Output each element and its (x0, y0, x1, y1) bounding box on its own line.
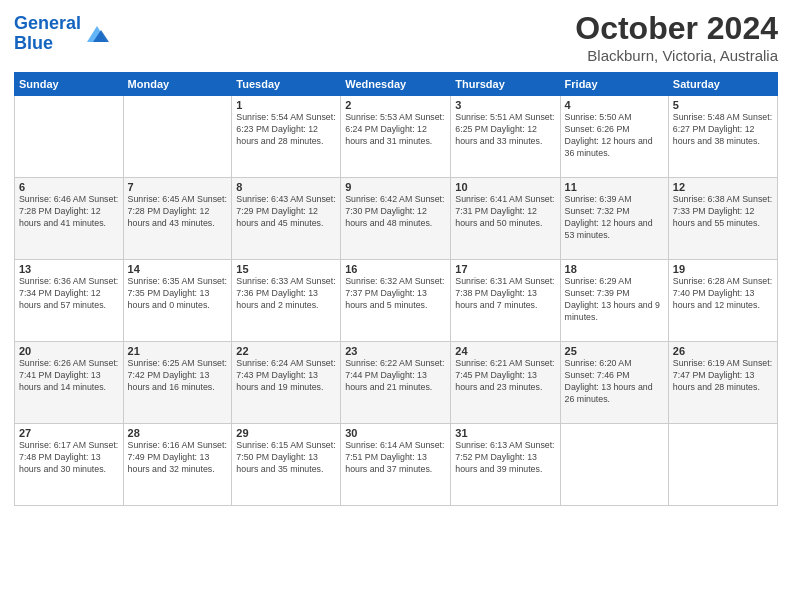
day-info: Sunrise: 5:53 AM Sunset: 6:24 PM Dayligh… (345, 112, 446, 148)
month-title: October 2024 (575, 10, 778, 47)
day-info: Sunrise: 6:20 AM Sunset: 7:46 PM Dayligh… (565, 358, 664, 406)
location-title: Blackburn, Victoria, Australia (575, 47, 778, 64)
calendar-cell: 6Sunrise: 6:46 AM Sunset: 7:28 PM Daylig… (15, 178, 124, 260)
day-info: Sunrise: 6:38 AM Sunset: 7:33 PM Dayligh… (673, 194, 773, 230)
calendar-cell (123, 96, 232, 178)
logo-line1: General (14, 13, 81, 33)
day-info: Sunrise: 5:50 AM Sunset: 6:26 PM Dayligh… (565, 112, 664, 160)
day-number: 2 (345, 99, 446, 111)
day-header-friday: Friday (560, 73, 668, 96)
header: General Blue October 2024 Blackburn, Vic… (14, 10, 778, 64)
day-number: 20 (19, 345, 119, 357)
calendar-cell: 17Sunrise: 6:31 AM Sunset: 7:38 PM Dayli… (451, 260, 560, 342)
calendar-week-4: 20Sunrise: 6:26 AM Sunset: 7:41 PM Dayli… (15, 342, 778, 424)
calendar-cell: 20Sunrise: 6:26 AM Sunset: 7:41 PM Dayli… (15, 342, 124, 424)
calendar-cell: 24Sunrise: 6:21 AM Sunset: 7:45 PM Dayli… (451, 342, 560, 424)
day-info: Sunrise: 6:15 AM Sunset: 7:50 PM Dayligh… (236, 440, 336, 476)
day-number: 29 (236, 427, 336, 439)
day-info: Sunrise: 6:19 AM Sunset: 7:47 PM Dayligh… (673, 358, 773, 394)
day-number: 30 (345, 427, 446, 439)
calendar-cell (15, 96, 124, 178)
day-number: 24 (455, 345, 555, 357)
calendar-cell: 19Sunrise: 6:28 AM Sunset: 7:40 PM Dayli… (668, 260, 777, 342)
calendar-cell: 1Sunrise: 5:54 AM Sunset: 6:23 PM Daylig… (232, 96, 341, 178)
day-number: 7 (128, 181, 228, 193)
calendar-cell: 16Sunrise: 6:32 AM Sunset: 7:37 PM Dayli… (341, 260, 451, 342)
calendar-cell: 27Sunrise: 6:17 AM Sunset: 7:48 PM Dayli… (15, 424, 124, 506)
day-info: Sunrise: 6:21 AM Sunset: 7:45 PM Dayligh… (455, 358, 555, 394)
calendar-cell (560, 424, 668, 506)
day-info: Sunrise: 5:48 AM Sunset: 6:27 PM Dayligh… (673, 112, 773, 148)
day-number: 16 (345, 263, 446, 275)
logo: General Blue (14, 14, 111, 54)
day-info: Sunrise: 6:26 AM Sunset: 7:41 PM Dayligh… (19, 358, 119, 394)
day-number: 23 (345, 345, 446, 357)
calendar-header-row: SundayMondayTuesdayWednesdayThursdayFrid… (15, 73, 778, 96)
day-info: Sunrise: 6:22 AM Sunset: 7:44 PM Dayligh… (345, 358, 446, 394)
day-info: Sunrise: 6:45 AM Sunset: 7:28 PM Dayligh… (128, 194, 228, 230)
day-info: Sunrise: 6:39 AM Sunset: 7:32 PM Dayligh… (565, 194, 664, 242)
calendar-cell: 23Sunrise: 6:22 AM Sunset: 7:44 PM Dayli… (341, 342, 451, 424)
calendar-cell: 13Sunrise: 6:36 AM Sunset: 7:34 PM Dayli… (15, 260, 124, 342)
day-number: 14 (128, 263, 228, 275)
day-number: 28 (128, 427, 228, 439)
day-header-sunday: Sunday (15, 73, 124, 96)
calendar-cell: 8Sunrise: 6:43 AM Sunset: 7:29 PM Daylig… (232, 178, 341, 260)
day-number: 15 (236, 263, 336, 275)
page-container: General Blue October 2024 Blackburn, Vic… (0, 0, 792, 612)
logo-icon (83, 22, 111, 46)
day-info: Sunrise: 6:31 AM Sunset: 7:38 PM Dayligh… (455, 276, 555, 312)
logo-text: General Blue (14, 14, 81, 54)
calendar-cell: 30Sunrise: 6:14 AM Sunset: 7:51 PM Dayli… (341, 424, 451, 506)
logo-line2: Blue (14, 33, 53, 53)
day-header-tuesday: Tuesday (232, 73, 341, 96)
day-info: Sunrise: 6:46 AM Sunset: 7:28 PM Dayligh… (19, 194, 119, 230)
day-number: 17 (455, 263, 555, 275)
calendar-cell: 22Sunrise: 6:24 AM Sunset: 7:43 PM Dayli… (232, 342, 341, 424)
title-block: October 2024 Blackburn, Victoria, Austra… (575, 10, 778, 64)
calendar-cell: 3Sunrise: 5:51 AM Sunset: 6:25 PM Daylig… (451, 96, 560, 178)
calendar-cell (668, 424, 777, 506)
day-number: 5 (673, 99, 773, 111)
day-number: 13 (19, 263, 119, 275)
day-info: Sunrise: 6:41 AM Sunset: 7:31 PM Dayligh… (455, 194, 555, 230)
day-info: Sunrise: 6:33 AM Sunset: 7:36 PM Dayligh… (236, 276, 336, 312)
day-number: 12 (673, 181, 773, 193)
calendar-week-5: 27Sunrise: 6:17 AM Sunset: 7:48 PM Dayli… (15, 424, 778, 506)
day-number: 9 (345, 181, 446, 193)
day-info: Sunrise: 6:17 AM Sunset: 7:48 PM Dayligh… (19, 440, 119, 476)
calendar-cell: 28Sunrise: 6:16 AM Sunset: 7:49 PM Dayli… (123, 424, 232, 506)
day-number: 31 (455, 427, 555, 439)
day-info: Sunrise: 6:13 AM Sunset: 7:52 PM Dayligh… (455, 440, 555, 476)
day-number: 26 (673, 345, 773, 357)
day-number: 27 (19, 427, 119, 439)
day-number: 21 (128, 345, 228, 357)
calendar-week-2: 6Sunrise: 6:46 AM Sunset: 7:28 PM Daylig… (15, 178, 778, 260)
day-info: Sunrise: 6:14 AM Sunset: 7:51 PM Dayligh… (345, 440, 446, 476)
day-info: Sunrise: 5:51 AM Sunset: 6:25 PM Dayligh… (455, 112, 555, 148)
calendar-cell: 11Sunrise: 6:39 AM Sunset: 7:32 PM Dayli… (560, 178, 668, 260)
day-number: 4 (565, 99, 664, 111)
calendar-cell: 7Sunrise: 6:45 AM Sunset: 7:28 PM Daylig… (123, 178, 232, 260)
calendar-cell: 9Sunrise: 6:42 AM Sunset: 7:30 PM Daylig… (341, 178, 451, 260)
calendar-cell: 21Sunrise: 6:25 AM Sunset: 7:42 PM Dayli… (123, 342, 232, 424)
day-number: 25 (565, 345, 664, 357)
calendar-cell: 14Sunrise: 6:35 AM Sunset: 7:35 PM Dayli… (123, 260, 232, 342)
day-info: Sunrise: 6:16 AM Sunset: 7:49 PM Dayligh… (128, 440, 228, 476)
day-info: Sunrise: 5:54 AM Sunset: 6:23 PM Dayligh… (236, 112, 336, 148)
day-info: Sunrise: 6:43 AM Sunset: 7:29 PM Dayligh… (236, 194, 336, 230)
calendar-week-3: 13Sunrise: 6:36 AM Sunset: 7:34 PM Dayli… (15, 260, 778, 342)
day-header-saturday: Saturday (668, 73, 777, 96)
day-number: 6 (19, 181, 119, 193)
day-info: Sunrise: 6:28 AM Sunset: 7:40 PM Dayligh… (673, 276, 773, 312)
calendar-cell: 29Sunrise: 6:15 AM Sunset: 7:50 PM Dayli… (232, 424, 341, 506)
calendar-table: SundayMondayTuesdayWednesdayThursdayFrid… (14, 72, 778, 506)
day-info: Sunrise: 6:35 AM Sunset: 7:35 PM Dayligh… (128, 276, 228, 312)
calendar-cell: 31Sunrise: 6:13 AM Sunset: 7:52 PM Dayli… (451, 424, 560, 506)
day-header-thursday: Thursday (451, 73, 560, 96)
day-info: Sunrise: 6:42 AM Sunset: 7:30 PM Dayligh… (345, 194, 446, 230)
calendar-cell: 4Sunrise: 5:50 AM Sunset: 6:26 PM Daylig… (560, 96, 668, 178)
day-info: Sunrise: 6:24 AM Sunset: 7:43 PM Dayligh… (236, 358, 336, 394)
day-number: 22 (236, 345, 336, 357)
calendar-cell: 5Sunrise: 5:48 AM Sunset: 6:27 PM Daylig… (668, 96, 777, 178)
